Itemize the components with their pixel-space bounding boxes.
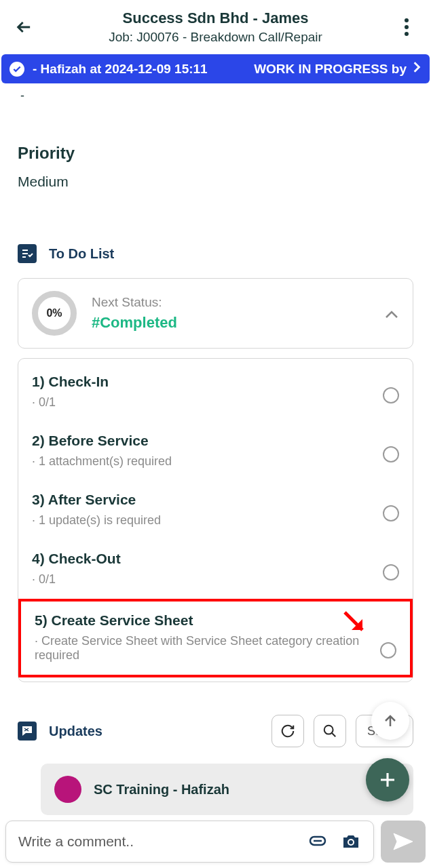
- svg-point-1: [405, 25, 409, 29]
- refresh-icon: [280, 724, 295, 738]
- search-icon: [322, 724, 337, 738]
- todo-section-title: To Do List: [49, 246, 114, 262]
- update-item[interactable]: SC Training - Hafizah: [41, 764, 413, 815]
- next-status-text: Next Status: #Completed: [92, 295, 369, 332]
- todo-item-title: 1) Check-In: [32, 374, 399, 390]
- page-subtitle: Job: J00076 - Breakdown Call/Repair: [37, 30, 394, 45]
- update-author: SC Training - Hafizah: [94, 782, 229, 797]
- svg-point-9: [349, 840, 353, 844]
- updates-icon: [18, 722, 37, 741]
- next-status-value: #Completed: [92, 314, 369, 332]
- todo-item-sub: · Create Service Sheet with Service Shee…: [35, 634, 362, 663]
- radio-unchecked-icon[interactable]: [383, 505, 399, 521]
- progress-ring: 0%: [32, 291, 77, 336]
- comment-input[interactable]: Write a comment..: [5, 821, 374, 863]
- header-center: Success Sdn Bhd - James Job: J00076 - Br…: [37, 9, 394, 45]
- todo-item-title: 3) After Service: [32, 492, 399, 508]
- radio-unchecked-icon[interactable]: [383, 446, 399, 462]
- add-button[interactable]: [366, 758, 409, 802]
- todo-item-title: 5) Create Service Sheet: [35, 612, 362, 629]
- todo-item-sub: · 0/1: [32, 395, 399, 410]
- svg-point-6: [324, 726, 333, 734]
- kebab-icon: [405, 18, 409, 36]
- updates-title: Updates: [49, 724, 102, 739]
- next-status-card[interactable]: 0% Next Status: #Completed: [18, 278, 413, 349]
- send-icon: [392, 831, 414, 852]
- header: Success Sdn Bhd - James Job: J00076 - Br…: [0, 0, 431, 50]
- status-right-text: WORK IN PROGRESS by: [254, 62, 407, 77]
- todo-item-after-service[interactable]: 3) After Service · 1 update(s) is requir…: [18, 481, 413, 540]
- todo-item-create-service-sheet[interactable]: 5) Create Service Sheet · Create Service…: [18, 599, 413, 677]
- svg-rect-3: [22, 250, 28, 251]
- todo-item-checkout[interactable]: 4) Check-Out · 0/1: [18, 540, 413, 599]
- radio-unchecked-icon[interactable]: [380, 642, 396, 658]
- camera-icon[interactable]: [341, 833, 361, 850]
- todo-item-sub: · 1 update(s) is required: [32, 513, 399, 528]
- svg-point-0: [405, 18, 409, 22]
- plus-icon: [377, 770, 398, 790]
- send-button[interactable]: [381, 821, 426, 863]
- todo-item-title: 4) Check-Out: [32, 551, 399, 567]
- todo-item-sub: · 1 attachment(s) required: [32, 454, 399, 469]
- chevron-right-icon: [412, 61, 421, 77]
- todo-item-before-service[interactable]: 2) Before Service · 1 attachment(s) requ…: [18, 422, 413, 481]
- updates-section-header: Updates Status: [18, 715, 413, 747]
- status-left-text: - Hafizah at 2024-12-09 15:11: [33, 62, 240, 77]
- svg-rect-5: [22, 256, 26, 258]
- back-button[interactable]: [12, 15, 37, 39]
- arrow-up-icon: [382, 713, 398, 729]
- attachment-icon[interactable]: [308, 833, 327, 849]
- priority-label: Priority: [18, 144, 413, 163]
- dash-text: -: [20, 89, 413, 103]
- todo-item-checkin[interactable]: 1) Check-In · 0/1: [18, 363, 413, 422]
- todo-list-card: 1) Check-In · 0/1 2) Before Service · 1 …: [18, 358, 413, 682]
- status-banner[interactable]: - Hafizah at 2024-12-09 15:11 WORK IN PR…: [1, 54, 430, 83]
- radio-unchecked-icon[interactable]: [383, 564, 399, 580]
- page-title: Success Sdn Bhd - James: [37, 9, 394, 27]
- refresh-button[interactable]: [271, 715, 304, 747]
- check-circle-icon: [10, 62, 24, 77]
- avatar: [54, 776, 81, 803]
- arrow-left-icon: [15, 18, 34, 37]
- kebab-menu-button[interactable]: [394, 15, 419, 39]
- checklist-icon: [18, 244, 37, 263]
- todo-item-title: 2) Before Service: [32, 433, 399, 449]
- scroll-top-button[interactable]: [371, 702, 409, 740]
- svg-point-2: [405, 32, 409, 36]
- comment-bar: Write a comment..: [5, 821, 426, 863]
- next-status-label: Next Status:: [92, 295, 369, 310]
- todo-section-header: To Do List: [18, 244, 413, 263]
- radio-unchecked-icon[interactable]: [383, 387, 399, 403]
- todo-item-sub: · 0/1: [32, 572, 399, 587]
- annotation-arrow-icon: [341, 608, 369, 637]
- svg-rect-4: [22, 253, 28, 254]
- updates-label-group: Updates: [18, 722, 262, 741]
- priority-value: Medium: [18, 174, 413, 190]
- search-button[interactable]: [314, 715, 346, 747]
- comment-placeholder: Write a comment..: [18, 833, 308, 850]
- chevron-up-icon[interactable]: [384, 307, 399, 319]
